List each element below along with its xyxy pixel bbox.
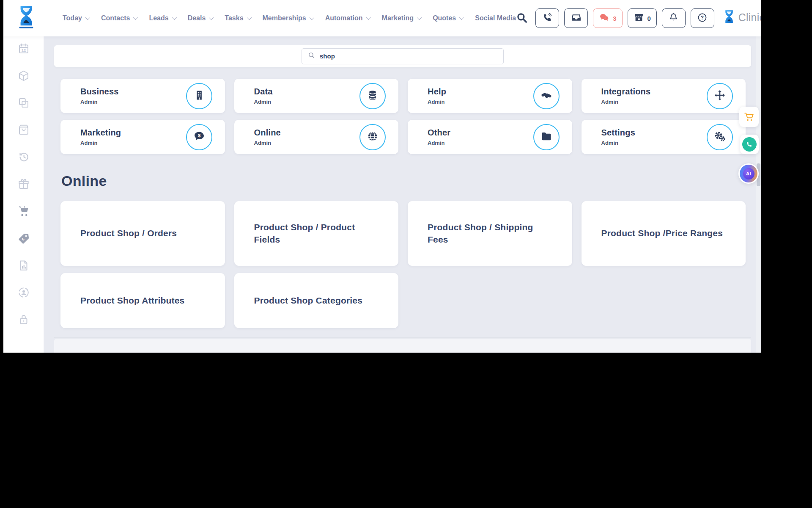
globe-icon [367, 130, 379, 144]
cart-orange-icon [743, 111, 755, 123]
inbox-button[interactable] [564, 8, 588, 28]
category-card-data[interactable]: DataAdmin [234, 79, 399, 113]
category-icon-circle [359, 124, 386, 150]
floating-cart-button[interactable] [739, 107, 759, 127]
gears-icon [714, 130, 726, 144]
chevron-down-icon [85, 15, 90, 20]
result-card-product-shop-orders[interactable]: Product Shop / Orders [60, 201, 225, 266]
bell-button[interactable] [662, 8, 686, 28]
phone-button[interactable] [535, 8, 559, 28]
chevron-down-icon [459, 15, 464, 20]
help-icon: ? [697, 12, 708, 24]
search-icon [308, 52, 315, 61]
category-title: Settings [601, 128, 636, 138]
scrollbar-track[interactable] [756, 36, 761, 353]
ai-label: AI [743, 168, 754, 179]
chevron-down-icon [309, 15, 314, 20]
category-icon-circle [707, 83, 733, 109]
section-title: Online [61, 173, 107, 189]
category-subtitle: Admin [80, 140, 121, 146]
result-card-product-shop-shipping-fees[interactable]: Product Shop / Shipping Fees [408, 201, 572, 266]
result-title: Product Shop / Shipping Fees [428, 221, 554, 246]
category-subtitle: Admin [601, 99, 651, 105]
database-icon [367, 89, 379, 103]
sidebar-account-button[interactable] [16, 287, 31, 300]
category-card-help[interactable]: HelpAdmin [408, 79, 572, 113]
app-logo[interactable] [15, 4, 37, 32]
folder-icon [540, 130, 552, 144]
svg-text:12: 12 [21, 48, 25, 52]
category-card-business[interactable]: BusinessAdmin [60, 79, 225, 113]
result-card-product-shop-product-fields[interactable]: Product Shop / Product Fields [234, 201, 399, 266]
category-subtitle: Admin [428, 99, 446, 105]
bell-icon [668, 12, 679, 24]
nav-item-social-media[interactable]: Social Media [475, 14, 516, 22]
nav-item-deals[interactable]: Deals [188, 14, 213, 22]
clinicsoftware-brand-logo[interactable]: ClinicSoftware .com TEN STEPS AHEAD [723, 9, 761, 27]
move-arrows-icon [714, 89, 726, 103]
sidebar-report-button[interactable] [16, 260, 31, 273]
top-navbar: TodayContactsLeadsDealsTasksMembershipsA… [3, 0, 761, 36]
nav-item-leads[interactable]: Leads [149, 14, 175, 22]
category-card-marketing[interactable]: MarketingAdmin$ [60, 120, 225, 154]
category-icon-circle [359, 83, 386, 109]
ai-icon: AI [740, 165, 757, 182]
result-title: Product Shop Attributes [80, 295, 184, 307]
count-label: 0 [647, 15, 651, 22]
svg-text:$: $ [198, 133, 200, 138]
result-card-product-shop-categories[interactable]: Product Shop Categories [234, 273, 399, 328]
search-input[interactable] [319, 52, 497, 60]
notification-badge: 3 [613, 15, 616, 22]
floating-whatsapp-button[interactable] [740, 135, 759, 154]
chat-button[interactable]: 3 [593, 8, 622, 28]
result-card-product-shop-attributes[interactable]: Product Shop Attributes [60, 273, 225, 328]
sidebar-lock-button[interactable] [16, 314, 31, 327]
cart-icon [17, 205, 30, 219]
category-subtitle: Admin [254, 140, 281, 146]
package-icon [17, 69, 30, 84]
chevron-down-icon [209, 15, 214, 20]
left-sidebar: 12$ [3, 36, 44, 353]
store-button[interactable]: 0 [628, 8, 657, 28]
svg-text:?: ? [701, 15, 704, 21]
result-card-product-shop-price-ranges[interactable]: Product Shop /Price Ranges [582, 201, 746, 266]
account-icon [17, 286, 30, 301]
category-card-settings[interactable]: SettingsAdmin [582, 120, 746, 154]
hourglass-logo-icon [723, 9, 735, 27]
floating-ai-assistant-button[interactable]: AI [738, 163, 759, 184]
help-button[interactable]: ? [691, 8, 714, 28]
nav-item-tasks[interactable]: Tasks [225, 14, 250, 22]
nav-item-quotes[interactable]: Quotes [433, 14, 463, 22]
building-icon [193, 89, 205, 103]
sidebar-shopping-bag-calendar-button[interactable] [16, 124, 31, 137]
category-subtitle: Admin [80, 99, 119, 105]
handshake-icon [540, 89, 552, 103]
phone-icon [542, 12, 553, 24]
chevron-down-icon [247, 15, 251, 20]
sidebar-price-tag-button[interactable]: $ [16, 233, 31, 246]
nav-item-contacts[interactable]: Contacts [101, 14, 137, 22]
sidebar-cart-button[interactable] [16, 206, 31, 218]
main-nav: TodayContactsLeadsDealsTasksMembershipsA… [63, 14, 516, 22]
category-subtitle: Admin [254, 99, 273, 105]
category-title: Help [428, 87, 446, 97]
nav-item-memberships[interactable]: Memberships [263, 14, 313, 22]
chevron-down-icon [417, 15, 422, 20]
copy-icon [17, 97, 30, 111]
search-strip [54, 45, 751, 67]
search-icon[interactable] [516, 12, 529, 25]
sidebar-calendar-button[interactable]: 12 [16, 43, 31, 56]
sidebar-history-button[interactable] [16, 152, 31, 164]
sidebar-copy-button[interactable] [16, 97, 31, 110]
nav-item-today[interactable]: Today [63, 14, 89, 22]
sidebar-package-button[interactable] [16, 70, 31, 83]
category-card-online[interactable]: OnlineAdmin [234, 120, 399, 154]
shopping-bag-calendar-icon [17, 124, 30, 138]
nav-item-automation[interactable]: Automation [325, 14, 370, 22]
nav-item-marketing[interactable]: Marketing [382, 14, 421, 22]
sidebar-gift-button[interactable] [16, 179, 31, 191]
category-card-integrations[interactable]: IntegrationsAdmin [582, 79, 746, 113]
category-icon-circle [707, 124, 733, 150]
whatsapp-icon [742, 137, 757, 152]
category-card-other[interactable]: OtherAdmin [408, 120, 572, 154]
